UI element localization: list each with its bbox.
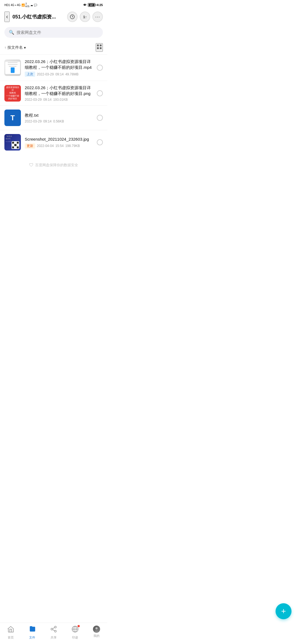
sort-order-label: 1↑ [83,15,87,19]
file-time: 09:14 [43,119,51,123]
sort-label: 按文件名 [7,45,23,50]
sort-bar: ↑ 按文件名 ▾ [0,42,107,54]
file-info: 教程.txt 2022-03-29 09:14 0.56KB [25,112,93,123]
search-input[interactable] [16,30,98,35]
wifi-icon: 📶 [21,4,25,7]
battery-level: 87 [90,4,93,6]
file-meta: 2022-03-29 09:14 193.01KB [25,98,93,102]
battery-indicator: 87 [88,3,95,7]
thumb-text: 虚拟资源项目详细教程一个稳赚不赔的好项目 [4,85,21,102]
list-item[interactable]: 2022.03.26；小红书虚拟资源项目详细教程，一个稳赚不赔的好项目.mp4 … [0,54,107,81]
list-item[interactable]: 了解更多项目吗 关注我哦 [0,130,107,154]
file-select-circle[interactable] [97,115,103,121]
file-list: 2022.03.26；小红书虚拟资源项目详细教程，一个稳赚不赔的好项目.mp4 … [0,54,107,154]
more-button[interactable]: ··· [92,12,103,22]
file-info: Screenshot_20211024_232603.jpg 更新 2022-0… [25,136,93,149]
file-size: 198.79KB [65,144,80,148]
sort-button[interactable]: ↑ 按文件名 ▾ [4,45,26,50]
sort-up-icon: ↑ [4,45,6,50]
network-info: HD1 4G ▪ 4G [4,4,21,7]
file-name: Screenshot_20211024_232603.jpg [25,136,93,142]
speed-info: 2K/S [26,2,30,8]
footer-hint-text: 百度网盘保障你的数据安全 [35,163,78,168]
history-button[interactable] [67,12,78,22]
search-icon: 🔍 [9,30,14,35]
file-date: 2022-04-04 [37,144,54,148]
file-select-circle[interactable] [97,139,103,145]
page-title: 051.小红书虚拟资... [12,13,64,20]
file-time: 15:54 [55,144,64,148]
file-name: 教程.txt [25,112,93,118]
file-meta: 上次 2022-03-29 09:14 49.78MB [25,72,93,77]
file-select-circle[interactable] [97,65,103,71]
search-bar[interactable]: 🔍 [4,27,103,38]
file-thumbnail: T [4,110,21,126]
header-actions: 1↑ ··· [67,12,103,22]
svg-rect-4 [100,47,101,49]
file-thumbnail: 虚拟资源项目详细教程一个稳赚不赔的好项目 [4,85,21,102]
thumb-letter: T [10,114,15,122]
time-display: 4:25 [97,3,103,7]
file-time: 09:14 [55,72,64,76]
svg-rect-1 [97,45,99,46]
file-badge: 上次 [25,72,35,77]
file-meta: 更新 2022-04-04 15:54 198.79KB [25,143,93,149]
shield-icon: 🛡 [29,163,34,168]
grid-view-button[interactable] [96,43,103,52]
file-thumbnail: 了解更多项目吗 关注我哦 [4,134,21,151]
status-right: 👁 87 4:25 [83,3,103,7]
footer-hint: 🛡 百度网盘保障你的数据安全 [0,154,107,173]
file-time: 09:14 [43,98,51,102]
file-meta: 2022-03-29 09:14 0.56KB [25,119,93,123]
file-name: 2022.03.26；小红书虚拟资源项目详细教程，一个稳赚不赔的好项目.mp4 [25,59,93,70]
file-date: 2022-03-29 [25,98,42,102]
svg-rect-2 [100,45,101,46]
header: ‹ 051.小红书虚拟资... 1↑ ··· [0,9,107,25]
svg-rect-3 [97,47,99,49]
sort-arrow-icon: ▾ [24,45,26,50]
file-info: 2022.03.26；小红书虚拟资源项目详细教程，一个稳赚不赔的好项目.png … [25,85,93,102]
file-date: 2022-03-29 [37,72,54,76]
file-name: 2022.03.26；小红书虚拟资源项目详细教程，一个稳赚不赔的好项目.png [25,85,93,96]
file-date: 2022-03-29 [25,119,42,123]
list-item[interactable]: T 教程.txt 2022-03-29 09:14 0.56KB [0,105,107,130]
sort-order-button[interactable]: 1↑ [80,12,90,22]
wechat-icon: 💬 [34,4,37,7]
back-button[interactable]: ‹ [4,12,10,22]
file-select-circle[interactable] [97,90,103,96]
file-info: 2022.03.26；小红书虚拟资源项目详细教程，一个稳赚不赔的好项目.mp4 … [25,59,93,77]
list-item[interactable]: 虚拟资源项目详细教程一个稳赚不赔的好项目 2022.03.26；小红书虚拟资源项… [0,81,107,105]
file-size: 49.78MB [65,72,78,76]
file-badge: 更新 [25,143,35,149]
cloud-icon: ☁ [30,4,33,7]
status-bar: HD1 4G ▪ 4G 📶 2K/S ☁ 💬 👁 87 4:25 [0,0,107,9]
status-left: HD1 4G ▪ 4G 📶 2K/S ☁ 💬 [4,2,37,8]
file-thumbnail [4,59,21,76]
more-icon: ··· [95,14,100,20]
file-size: 0.56KB [53,119,64,123]
file-size: 193.01KB [53,98,68,102]
eye-icon: 👁 [83,3,86,7]
